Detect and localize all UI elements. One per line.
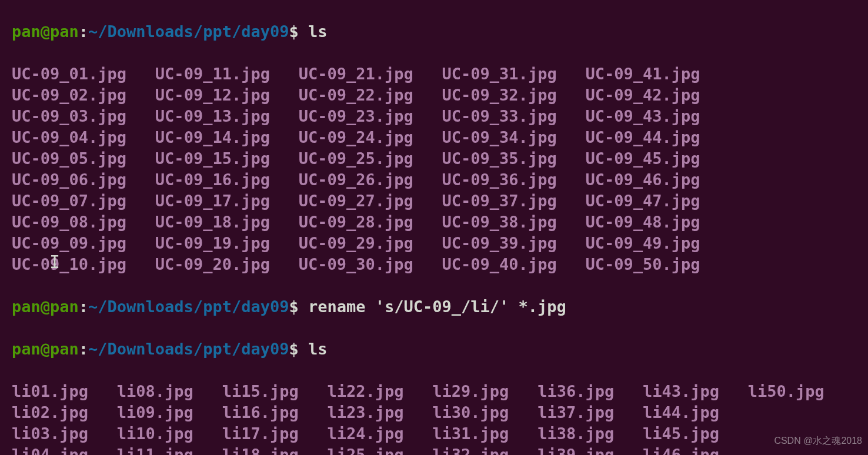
file-entry: UC-09_28.jpg: [299, 213, 413, 231]
watermark-text: CSDN @水之魂2018: [774, 430, 862, 451]
file-entry: li39.jpg: [538, 446, 614, 455]
file-entry: UC-09_38.jpg: [442, 213, 557, 231]
file-entry: li44.jpg: [643, 403, 719, 421]
file-entry: UC-09_34.jpg: [442, 128, 557, 146]
file-entry: UC-09_31.jpg: [442, 65, 557, 83]
file-entry: li23.jpg: [327, 403, 403, 421]
file-entry: li37.jpg: [538, 403, 614, 421]
file-entry: UC-09_17.jpg: [155, 192, 270, 210]
file-entry: UC-09_21.jpg: [299, 65, 413, 83]
file-entry: UC-09_11.jpg: [155, 65, 270, 83]
file-entry: UC-09_16.jpg: [155, 170, 270, 189]
file-entry: UC-09_12.jpg: [155, 86, 270, 104]
file-entry: UC-09_22.jpg: [299, 86, 413, 104]
file-entry: UC-09_43.jpg: [585, 107, 700, 125]
file-entry: UC-09_26.jpg: [299, 170, 413, 189]
file-entry: UC-09_25.jpg: [299, 149, 413, 168]
file-entry: UC-09_44.jpg: [585, 128, 700, 146]
file-entry: UC-09_23.jpg: [299, 107, 413, 125]
file-entry: UC-09_27.jpg: [299, 192, 413, 210]
file-entry: UC-09_15.jpg: [155, 149, 270, 168]
terminal-window[interactable]: pan@pan:~/Downloads/ppt/day09$ ls UC-09_…: [0, 0, 868, 455]
file-entry: li38.jpg: [538, 424, 614, 443]
file-entry: li29.jpg: [432, 382, 509, 400]
file-entry: li08.jpg: [117, 382, 193, 400]
file-entry: UC-09_37.jpg: [442, 192, 557, 210]
file-entry: li17.jpg: [222, 424, 299, 443]
file-entry: UC-09_07.jpg: [12, 192, 126, 210]
file-entry: UC-09_01.jpg: [12, 65, 126, 83]
file-entry: UC-09_13.jpg: [155, 107, 270, 125]
file-entry: UC-09_30.jpg: [299, 255, 413, 273]
file-entry: UC-09_20.jpg: [155, 255, 270, 273]
file-entry: li16.jpg: [222, 403, 299, 421]
file-entry: UC-09_32.jpg: [442, 86, 557, 104]
file-entry: li43.jpg: [643, 382, 719, 400]
file-entry: UC-09_09.jpg: [12, 234, 126, 252]
file-entry: UC-09_48.jpg: [585, 213, 700, 231]
file-entry: UC-09_49.jpg: [585, 234, 700, 252]
file-entry: UC-09_42.jpg: [585, 86, 700, 104]
command-ls: ls: [299, 340, 328, 358]
file-entry: UC-09_10.jpg: [12, 255, 126, 273]
file-entry: UC-09_36.jpg: [442, 170, 557, 189]
file-entry: UC-09_24.jpg: [299, 128, 413, 146]
file-entry: li04.jpg: [12, 446, 88, 455]
file-entry: UC-09_50.jpg: [585, 255, 700, 273]
file-entry: UC-09_33.jpg: [442, 107, 557, 125]
file-entry: li15.jpg: [222, 382, 299, 400]
file-entry: UC-09_02.jpg: [12, 86, 126, 104]
file-entry: li36.jpg: [538, 382, 614, 400]
file-entry: li10.jpg: [117, 424, 193, 443]
file-entry: UC-09_45.jpg: [585, 149, 700, 168]
ls-output-1: UC-09_01.jpg UC-09_11.jpg UC-09_21.jpg U…: [12, 63, 868, 275]
command-rename: rename 's/UC-09_/li/' *.jpg: [299, 297, 566, 316]
file-entry: li45.jpg: [643, 424, 719, 443]
file-entry: li32.jpg: [432, 446, 509, 455]
ls-output-2: li01.jpg li08.jpg li15.jpg li22.jpg li29…: [12, 381, 868, 455]
file-entry: UC-09_41.jpg: [585, 65, 700, 83]
file-entry: li25.jpg: [327, 446, 403, 455]
file-entry: UC-09_29.jpg: [299, 234, 413, 252]
file-entry: UC-09_06.jpg: [12, 170, 126, 189]
cwd-path: ~/Downloads/ppt/day09: [88, 22, 289, 41]
file-entry: li02.jpg: [12, 403, 88, 421]
file-entry: li01.jpg: [12, 382, 88, 400]
file-entry: UC-09_47.jpg: [585, 192, 700, 210]
file-entry: UC-09_14.jpg: [155, 128, 270, 146]
file-entry: li24.jpg: [327, 424, 403, 443]
file-entry: UC-09_46.jpg: [585, 170, 700, 189]
file-entry: UC-09_40.jpg: [442, 255, 557, 273]
file-entry: UC-09_04.jpg: [12, 128, 126, 146]
file-entry: li46.jpg: [643, 446, 719, 455]
prompt-line-partial: pan@pan:~/Downloads/ppt/day09$ ls: [12, 21, 868, 42]
file-entry: UC-09_35.jpg: [442, 149, 557, 168]
file-entry: UC-09_03.jpg: [12, 107, 126, 125]
file-entry: li30.jpg: [432, 403, 509, 421]
command-ls: ls: [299, 22, 328, 41]
file-entry: li11.jpg: [117, 446, 193, 455]
user-host: pan@pan: [12, 22, 79, 41]
file-entry: li09.jpg: [117, 403, 193, 421]
file-entry: UC-09_05.jpg: [12, 149, 126, 168]
file-entry: UC-09_18.jpg: [155, 213, 270, 231]
file-entry: li18.jpg: [222, 446, 299, 455]
file-entry: UC-09_19.jpg: [155, 234, 270, 252]
file-entry: li03.jpg: [12, 424, 88, 443]
file-entry: UC-09_08.jpg: [12, 213, 126, 231]
file-entry: li22.jpg: [327, 382, 403, 400]
file-entry: li31.jpg: [432, 424, 509, 443]
prompt-line-rename: pan@pan:~/Downloads/ppt/day09$ rename 's…: [12, 296, 868, 317]
prompt-line-ls2: pan@pan:~/Downloads/ppt/day09$ ls: [12, 339, 868, 360]
file-entry: UC-09_39.jpg: [442, 234, 557, 252]
file-entry: li50.jpg: [748, 382, 824, 400]
